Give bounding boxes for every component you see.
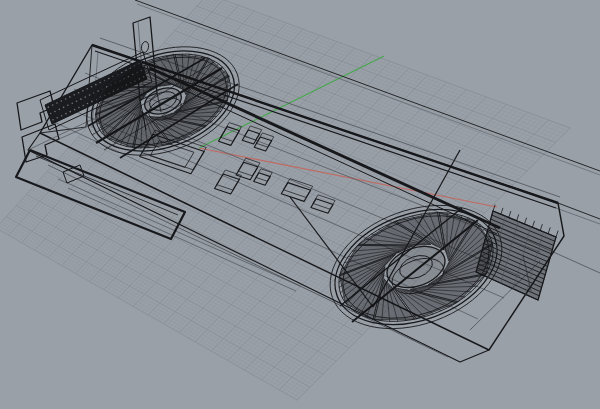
wireframe-canvas[interactable] — [0, 0, 600, 409]
cad-viewport[interactable] — [0, 0, 600, 409]
